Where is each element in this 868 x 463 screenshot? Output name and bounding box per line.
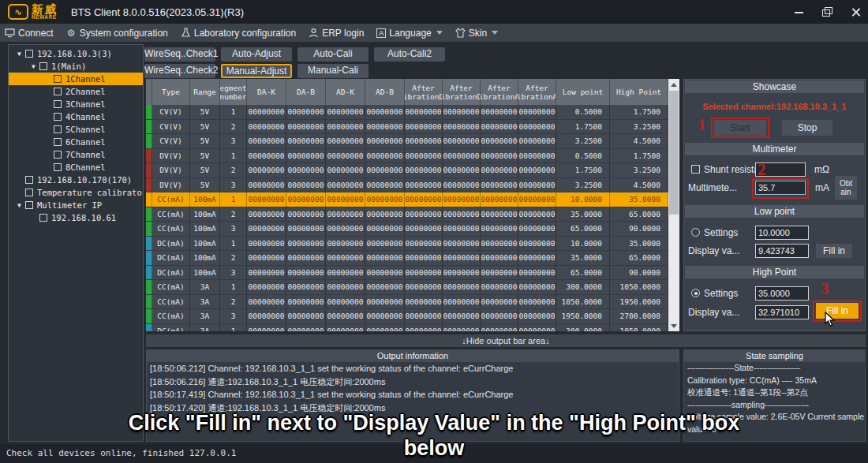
table-row[interactable]: CC(mA)3A30000000000000000000000000000000… bbox=[146, 309, 668, 324]
chevron-down-icon[interactable]: ▼ bbox=[13, 202, 25, 209]
tree-item-192-168-10-61[interactable]: 192.168.10.61 bbox=[9, 211, 143, 224]
hide-output-bar[interactable]: ↓Hide output bar area↓ bbox=[146, 334, 866, 347]
table-cell: 00000000 bbox=[286, 134, 326, 148]
multimeter-value-input[interactable] bbox=[755, 181, 806, 195]
menu-skin[interactable]: Skin bbox=[455, 28, 498, 39]
tree-item-label: 6Channel bbox=[65, 137, 106, 147]
table-row[interactable]: DV(V)5V200000000000000000000000000000000… bbox=[146, 163, 668, 178]
tree-item-8channel[interactable]: 8Channel bbox=[9, 161, 143, 174]
obtain-button[interactable]: Obtain bbox=[835, 176, 857, 200]
shunt-resistance-checkbox[interactable] bbox=[691, 165, 700, 174]
table-cell: 3A bbox=[190, 280, 220, 294]
table-cell: 2 bbox=[220, 251, 247, 265]
tree-item-checkbox[interactable] bbox=[39, 214, 47, 222]
multimeter-value-label: Multimete... bbox=[688, 182, 737, 193]
table-row[interactable]: DC(mA)100mA20000000000000000000000000000… bbox=[146, 251, 668, 266]
table-row[interactable]: CC(mA)100mA30000000000000000000000000000… bbox=[146, 222, 668, 237]
chevron-down-icon[interactable]: ▼ bbox=[28, 63, 39, 70]
low-point-fill-in-button[interactable]: Fill in bbox=[816, 244, 852, 258]
low-point-cell: 35.0000 bbox=[556, 207, 610, 222]
table-row[interactable]: DC(mA)3A10000000000000000000000000000000… bbox=[146, 324, 668, 332]
tree-item-checkbox[interactable] bbox=[25, 189, 33, 196]
high-point-settings-radio[interactable] bbox=[691, 289, 700, 297]
table-row[interactable]: CC(mA)3A20000000000000000000000000000000… bbox=[146, 295, 668, 310]
tab-manual-adjust[interactable]: Manual-Adjust bbox=[221, 64, 292, 78]
table-row[interactable]: CC(mA)100mA10000000000000000000000000000… bbox=[146, 192, 668, 207]
table-cell: 3 bbox=[220, 266, 247, 280]
tree-item-label: Multimeter IP bbox=[37, 200, 102, 210]
mouse-cursor-icon bbox=[823, 312, 837, 327]
table-row[interactable]: DV(V)5V100000000000000000000000000000000… bbox=[146, 149, 668, 164]
tree-item-checkbox[interactable] bbox=[25, 50, 33, 58]
table-row[interactable]: DC(mA)100mA30000000000000000000000000000… bbox=[146, 266, 668, 281]
stop-button[interactable]: Stop bbox=[782, 120, 832, 136]
table-cell: DV(V) bbox=[152, 149, 190, 163]
tab-auto-cali[interactable]: Auto-Cali bbox=[297, 47, 369, 62]
tab-auto-adjust[interactable]: Auto-Adjust bbox=[221, 47, 292, 62]
low-point-settings-input[interactable] bbox=[755, 226, 809, 240]
tree-item-checkbox[interactable] bbox=[54, 100, 62, 108]
table-row[interactable]: CC(mA)3A10000000000000000000000000000000… bbox=[146, 280, 668, 295]
minimize-icon[interactable] bbox=[794, 7, 805, 17]
tree-item-checkbox[interactable] bbox=[54, 163, 62, 171]
tree-item-1channel[interactable]: 1Channel bbox=[9, 73, 143, 85]
table-scrollbar[interactable] bbox=[668, 79, 679, 331]
menu-laboratory-configuration[interactable]: Laboratory configuration bbox=[181, 28, 296, 39]
table-cell: 1 bbox=[220, 324, 247, 332]
high-point-settings-input[interactable] bbox=[755, 286, 809, 301]
tree-item-2channel[interactable]: 2Channel bbox=[9, 85, 143, 98]
menu-erp-login[interactable]: ERP login bbox=[309, 28, 364, 39]
table-row[interactable]: CV(V)5V200000000000000000000000000000000… bbox=[146, 120, 668, 135]
low-point-display-input[interactable] bbox=[755, 244, 809, 258]
tree-item-checkbox[interactable] bbox=[54, 75, 62, 83]
tab-wireseq-check2[interactable]: WireSeq..Check2 bbox=[144, 64, 215, 78]
tree-item-temperature-calibrator-ip[interactable]: Temperature calibrator IP bbox=[9, 186, 143, 199]
tree-item-6channel[interactable]: 6Channel bbox=[9, 136, 143, 148]
table-cell: CC(mA) bbox=[152, 207, 190, 222]
table-cell: 00000000 bbox=[365, 163, 405, 177]
menu-system-configuration[interactable]: ⚙ System configuration bbox=[66, 28, 168, 39]
tree-item-1-main-[interactable]: ▼1(Main) bbox=[9, 60, 143, 73]
high-point-display-input[interactable] bbox=[755, 305, 809, 319]
tree-item-3channel[interactable]: 3Channel bbox=[9, 98, 143, 110]
menu-connect[interactable]: Connect bbox=[5, 28, 54, 39]
table-row[interactable]: DC(mA)100mA10000000000000000000000000000… bbox=[146, 237, 668, 252]
tree-item-checkbox[interactable] bbox=[54, 138, 62, 146]
tree-item-7channel[interactable]: 7Channel bbox=[9, 148, 143, 161]
table-cell: 00000000 bbox=[481, 163, 518, 177]
table-cell: DV(V) bbox=[152, 178, 190, 192]
table-row[interactable]: DV(V)5V300000000000000000000000000000000… bbox=[146, 178, 668, 193]
tree-item-checkbox[interactable] bbox=[54, 113, 62, 121]
high-point-cell: 3.2500 bbox=[610, 120, 668, 134]
scroll-up-icon[interactable] bbox=[668, 79, 679, 90]
tab-auto-cali2[interactable]: Auto-Cali2 bbox=[374, 47, 445, 62]
tree-item-checkbox[interactable] bbox=[25, 176, 33, 184]
tree-item-checkbox[interactable] bbox=[54, 88, 62, 95]
column-header: Type bbox=[152, 79, 190, 105]
table-row[interactable]: CV(V)5V100000000000000000000000000000000… bbox=[146, 105, 668, 120]
table-cell: 00000000 bbox=[518, 251, 556, 265]
start-button[interactable]: Start bbox=[714, 120, 766, 136]
tree-item-checkbox[interactable] bbox=[39, 62, 47, 70]
low-point-settings-radio[interactable] bbox=[691, 228, 700, 237]
table-row[interactable]: CC(mA)100mA20000000000000000000000000000… bbox=[146, 207, 668, 222]
menu-language[interactable]: A Language bbox=[376, 28, 442, 39]
tree-item-checkbox[interactable] bbox=[54, 125, 62, 133]
tree-item-192-168-10-3-3-[interactable]: ▼192.168.10.3(3) bbox=[9, 47, 143, 60]
table-cell: CV(V) bbox=[152, 134, 190, 148]
tab-wireseq-check1[interactable]: WireSeq..Check1 bbox=[144, 47, 215, 62]
tree-item-checkbox[interactable] bbox=[25, 201, 33, 209]
tree-item-multimeter-ip[interactable]: ▼Multimeter IP bbox=[9, 199, 143, 211]
tree-item-label: Temperature calibrator IP bbox=[37, 188, 144, 197]
tree-item-checkbox[interactable] bbox=[54, 151, 62, 159]
tree-item-5channel[interactable]: 5Channel bbox=[9, 123, 143, 136]
scroll-down-icon[interactable] bbox=[668, 320, 679, 331]
tree-item-192-168-10-170-170-[interactable]: 192.168.10.170(170) bbox=[9, 174, 143, 186]
tab-manual-cali[interactable]: Manual-Cali bbox=[297, 64, 369, 78]
restore-icon[interactable] bbox=[822, 7, 833, 17]
close-icon[interactable] bbox=[851, 7, 862, 17]
table-row[interactable]: CV(V)5V300000000000000000000000000000000… bbox=[146, 134, 668, 149]
chevron-down-icon[interactable]: ▼ bbox=[13, 50, 25, 58]
scrollbar-thumb[interactable] bbox=[669, 91, 679, 215]
tree-item-4channel[interactable]: 4Channel bbox=[9, 110, 143, 123]
